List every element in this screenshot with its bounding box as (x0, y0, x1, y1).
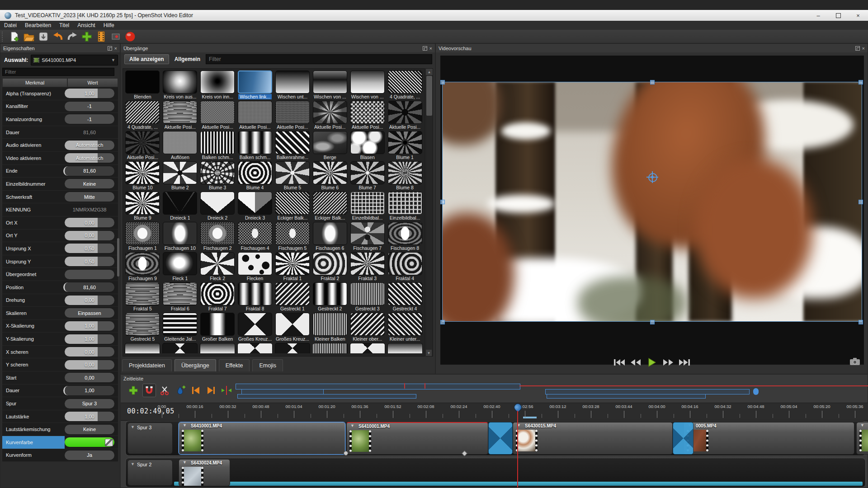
transition-item[interactable]: Gestreckt 2 (311, 282, 349, 313)
transition-item[interactable]: Fischaugen 10 (161, 222, 199, 252)
transition-item[interactable]: Fischaugen 4 (236, 222, 274, 252)
property-value[interactable]: 1,00 (65, 321, 114, 331)
new-project-button[interactable] (8, 31, 21, 42)
transition-item[interactable]: Eckiger Balk... (311, 192, 349, 222)
transition-item[interactable]: Balken schm... (236, 131, 274, 161)
property-value[interactable]: 1,00 (65, 334, 114, 344)
close-panel-icon[interactable]: × (862, 47, 865, 50)
property-value[interactable]: Automatisch (65, 153, 114, 163)
timeline-clip[interactable]: ▼0005.MP4 (684, 422, 854, 455)
property-value[interactable]: 1NMRXM2G38 (65, 205, 114, 215)
menu-bearbeiten[interactable]: Bearbeiten (21, 21, 55, 29)
video-frame[interactable] (442, 82, 862, 322)
property-row[interactable]: Position81,60 (2, 281, 118, 294)
transition-item[interactable]: Fischaugen 7 (349, 222, 386, 252)
transition-item[interactable]: Wischen link... (236, 70, 274, 101)
transition-item[interactable]: Gestreckt 1 (274, 282, 311, 313)
property-row[interactable]: Dauer81,60 (2, 126, 118, 139)
transition-thumbnail[interactable] (312, 343, 348, 353)
property-value[interactable]: -1 (65, 102, 114, 111)
show-all-button[interactable]: Alle anzeigen (124, 54, 169, 64)
property-row[interactable]: Start0,00 (2, 371, 118, 385)
property-row[interactable]: SpurSpur 3 (2, 397, 118, 410)
center-playhead-button[interactable] (220, 384, 233, 397)
menu-titel[interactable]: Titel (55, 21, 73, 29)
audio-waveform-bar[interactable] (174, 482, 863, 486)
transition-item[interactable]: Berge (311, 131, 349, 161)
close-panel-icon[interactable]: × (114, 47, 117, 50)
property-row[interactable]: Audio aktivierenAutomatisch (2, 139, 118, 152)
redo-button[interactable] (66, 31, 79, 42)
properties-scrollbar[interactable] (117, 238, 119, 277)
property-value[interactable]: Mitte (65, 192, 114, 202)
property-value[interactable]: Keine (65, 425, 114, 434)
selection-handle[interactable] (650, 320, 655, 324)
transition-item[interactable]: Fraktal 4 (386, 252, 424, 282)
float-panel-icon[interactable] (423, 46, 427, 51)
transition-item[interactable]: 4 Quadrate, ... (386, 70, 424, 101)
titlebar[interactable]: Test_VIDEOAKTIV_2023 [4K UHD 2160p 25 fp… (0, 10, 868, 21)
property-row[interactable]: Ort Y0,00 (2, 230, 118, 243)
transition-item[interactable]: Aktuelle Posi... (386, 101, 424, 131)
jump-start-button[interactable] (613, 357, 626, 367)
property-value[interactable]: Automatisch (65, 141, 114, 150)
transition-item[interactable]: Großes Kreuz... (236, 313, 274, 343)
selection-handle[interactable] (440, 200, 445, 204)
transition-item[interactable]: Aktuelle Posi... (124, 131, 161, 161)
transition-item[interactable]: Blenden (124, 70, 161, 101)
selection-handle[interactable] (859, 80, 863, 84)
transition-item[interactable]: Blume 3 (199, 161, 236, 192)
transition-item[interactable]: Eckiger Balk... (274, 192, 311, 222)
next-marker-button[interactable] (205, 384, 217, 397)
transition-item[interactable]: Fraktal 1 (274, 252, 311, 282)
property-row[interactable]: Y-Skalierung1,00 (2, 333, 118, 346)
property-value[interactable]: 1,00 (63, 386, 114, 395)
property-row[interactable]: LautstärkemischungKeine (2, 423, 118, 436)
close-button[interactable]: × (848, 10, 868, 21)
transition-item[interactable]: Fischaugen 8 (386, 222, 424, 252)
transition-item[interactable]: Fraktal 2 (311, 252, 349, 282)
fullscreen-button[interactable] (109, 31, 122, 42)
transition-item[interactable]: Blume 10 (124, 161, 161, 192)
transition-item[interactable]: Blasen (349, 131, 386, 161)
property-value[interactable]: Einpassen (65, 308, 114, 318)
timeline-clip[interactable]: ▼S6430015.MP4 (513, 422, 673, 455)
transition-item[interactable]: Flecken (236, 252, 274, 282)
transition-item[interactable]: Großer Balken (199, 313, 236, 343)
transitions-scrollbar[interactable]: ▲ ▼ (425, 68, 433, 357)
menu-datei[interactable]: Datei (0, 21, 21, 29)
minimap-handle[interactable] (753, 388, 759, 395)
transition-item[interactable]: Fischaugen 5 (274, 222, 311, 252)
transition-item[interactable]: Blume 5 (274, 161, 311, 192)
transition-item[interactable]: Blume 2 (161, 161, 199, 192)
property-value[interactable]: -1 (65, 114, 114, 124)
property-row[interactable]: Kurvenfarbe (2, 436, 118, 449)
transition-item[interactable]: Aktuelle Posi... (199, 101, 236, 131)
export-video-button[interactable] (124, 31, 137, 42)
property-value[interactable]: 1,00 (65, 89, 114, 98)
transition-item[interactable]: Aktuelle Posi... (311, 101, 349, 131)
property-value[interactable]: 0,00 (65, 296, 114, 305)
track-header[interactable]: ▼Spur 2 (127, 460, 173, 486)
transition-thumbnail[interactable] (125, 343, 160, 353)
transition-item[interactable]: Fraktal 7 (199, 282, 236, 313)
transition-item[interactable]: Aktuelle Posi... (236, 101, 274, 131)
property-row[interactable]: Y scheren0,00 (2, 358, 118, 371)
property-row[interactable]: X-Skalierung1,00 (2, 320, 118, 333)
property-row[interactable]: Ort X0,00 (2, 216, 118, 230)
transition-thumbnail[interactable] (200, 343, 235, 353)
transition-item[interactable]: Großes Kreuz... (274, 313, 311, 343)
transition-item[interactable]: Aktuelle Posi... (349, 101, 386, 131)
transition-item[interactable]: Einzelbildbal... (386, 192, 424, 222)
property-row[interactable]: Drehung0,00 (2, 294, 118, 307)
transition-item[interactable]: Fraktal 8 (236, 282, 274, 313)
transition-item[interactable]: 4 Quadrate, ... (124, 101, 161, 131)
property-value[interactable] (65, 437, 114, 447)
transition-item[interactable]: Blume 8 (386, 161, 424, 192)
choose-profile-button[interactable] (95, 31, 108, 42)
dock-tab-emojis[interactable]: Emojis (252, 359, 283, 371)
property-row[interactable]: KENNUNG1NMRXM2G38 (2, 203, 118, 216)
property-value[interactable]: 81,60 (65, 127, 114, 137)
fast-forward-button[interactable] (662, 357, 675, 367)
dock-tab-effekte[interactable]: Effekte (219, 359, 250, 371)
